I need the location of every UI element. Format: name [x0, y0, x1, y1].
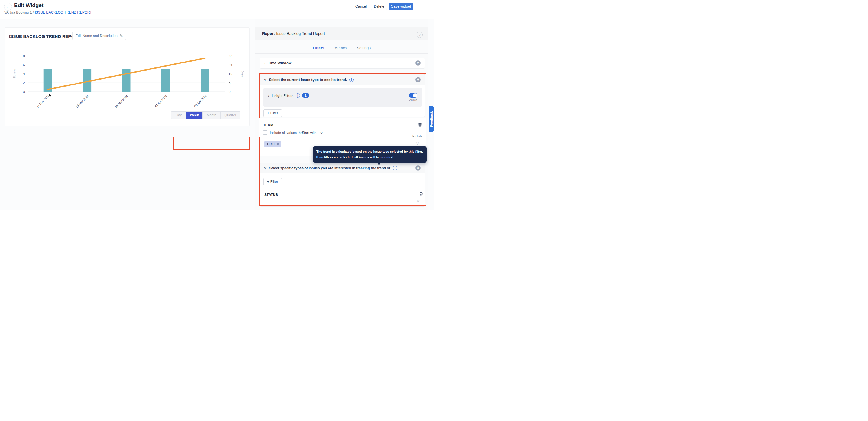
- edit-name-description-button[interactable]: Edit Name and Description ✎: [72, 32, 126, 40]
- svg-text:8: 8: [228, 81, 230, 84]
- tab-metrics[interactable]: Metrics: [335, 46, 347, 53]
- widget-title: ISSUE BACKLOG TREND REPORT: [9, 34, 80, 39]
- svg-text:11 Mar 2024: 11 Mar 2024: [36, 94, 50, 108]
- save-widget-button[interactable]: Save widget: [389, 3, 413, 10]
- tooltip-line-1: The trend is calculated based on the iss…: [316, 149, 423, 155]
- team-filter-name: TEAM: [263, 123, 273, 127]
- pencil-icon: ✎: [120, 34, 123, 38]
- cancel-button[interactable]: Cancel: [353, 3, 369, 10]
- current-issue-type-badge: 0: [415, 77, 421, 82]
- widget-preview-card: ISSUE BACKLOG TREND REPORT Edit Name and…: [5, 28, 249, 126]
- include-all-label: Include all values that :: [270, 131, 306, 135]
- tab-filters[interactable]: Filters: [313, 46, 324, 53]
- svg-text:25 Mar 2024: 25 Mar 2024: [115, 94, 128, 108]
- insight-filters-badge: 1: [302, 93, 309, 98]
- insight-filters-label[interactable]: Insight Filters: [272, 93, 293, 97]
- report-config-panel: ReportIssue Backlog Trend Report ? Filte…: [255, 19, 428, 210]
- trash-icon[interactable]: [419, 192, 423, 197]
- period-option-month[interactable]: Month: [203, 112, 220, 118]
- chevron-down-icon: ∨: [264, 78, 267, 81]
- specific-types-badge: 0: [415, 165, 421, 171]
- svg-text:4: 4: [23, 72, 25, 76]
- chevron-down-icon[interactable]: ∨: [416, 199, 420, 203]
- svg-text:8: 8: [23, 54, 25, 58]
- report-title-text: Issue Backlog Trend Report: [276, 31, 325, 36]
- specific-types-header[interactable]: ∨ Select specific types of issues you ar…: [260, 163, 425, 173]
- help-icon[interactable]: ?: [416, 32, 423, 38]
- insight-filters-active-toggle[interactable]: [409, 93, 417, 97]
- tabs-divider: [255, 53, 428, 54]
- current-issue-type-header[interactable]: ∨ Select the current issue type to see i…: [260, 75, 425, 85]
- svg-text:32: 32: [228, 54, 232, 58]
- chevron-down-icon: ∨: [264, 167, 267, 170]
- tooltip-arrow: [376, 162, 381, 165]
- team-value-chip[interactable]: TEST ×: [265, 141, 281, 147]
- page-title: Edit Widget: [14, 2, 43, 8]
- time-window-section[interactable]: › Time Window 2: [260, 58, 425, 68]
- current-issue-type-section: ∨ Select the current issue type to see i…: [260, 74, 425, 117]
- period-toggle: Day Week Month Quarter: [171, 111, 240, 119]
- include-all-checkbox[interactable]: [263, 130, 268, 135]
- svg-text:18 Mar 2024: 18 Mar 2024: [75, 94, 89, 108]
- operator-select[interactable]: Start with: [302, 131, 316, 135]
- svg-text:6: 6: [23, 63, 25, 66]
- chevron-right-icon: ›: [264, 61, 266, 65]
- report-title-prefix: Report: [262, 31, 275, 36]
- specific-types-section: ∨ Select specific types of issues you ar…: [260, 163, 425, 206]
- feedback-tab[interactable]: Feedback: [429, 106, 434, 132]
- breadcrumb: VA Jira Booking 1 / ISSUE BACKLOG TREND …: [4, 10, 92, 15]
- svg-text:16: 16: [228, 72, 232, 76]
- exclude-toggle-label: Exclude: [412, 135, 423, 138]
- back-arrow-icon: ←: [6, 4, 10, 9]
- panel-right-edge: [428, 19, 428, 210]
- status-select-underline: [265, 204, 415, 205]
- tooltip-line-2: If no filters are selected, all issues w…: [316, 155, 423, 160]
- tab-settings[interactable]: Settings: [357, 46, 371, 53]
- breadcrumb-current-link[interactable]: ISSUE BACKLOG TREND REPORT: [35, 10, 92, 15]
- add-filter-button[interactable]: + Filter: [264, 178, 282, 186]
- svg-text:01 Apr 2024: 01 Apr 2024: [154, 94, 168, 108]
- period-option-quarter[interactable]: Quarter: [220, 112, 240, 118]
- time-window-label: Time Window: [268, 61, 291, 65]
- time-window-badge: 2: [415, 60, 421, 66]
- svg-text:Tickets: Tickets: [13, 69, 16, 79]
- filter-tooltip: The trend is calculated based on the iss…: [313, 146, 427, 163]
- current-issue-type-label: Select the current issue type to see its…: [269, 78, 347, 82]
- active-toggle-label: Active: [409, 99, 417, 102]
- svg-text:0: 0: [23, 90, 25, 93]
- info-icon[interactable]: i: [349, 78, 354, 82]
- info-icon[interactable]: i: [393, 166, 397, 170]
- back-button[interactable]: ←: [4, 3, 12, 11]
- report-tabs: Filters Metrics Settings: [255, 46, 428, 53]
- trash-icon[interactable]: [418, 122, 422, 127]
- svg-text:2: 2: [23, 81, 25, 84]
- specific-types-label: Select specific types of issues you are …: [269, 166, 390, 170]
- close-icon[interactable]: ×: [277, 142, 279, 146]
- svg-text:08 Apr 2024: 08 Apr 2024: [193, 94, 207, 108]
- add-filter-button[interactable]: + Filter: [264, 110, 282, 117]
- breadcrumb-prefix: VA Jira Booking 1 /: [4, 10, 35, 15]
- svg-text:24: 24: [228, 63, 232, 66]
- svg-text:0: 0: [228, 90, 230, 93]
- edit-name-label: Edit Name and Description: [75, 34, 118, 38]
- delete-button[interactable]: Delete: [371, 3, 387, 10]
- insight-filters-card: › Insight Filters i 1 Active: [264, 88, 422, 107]
- chevron-right-icon: ›: [268, 93, 270, 97]
- info-icon[interactable]: i: [296, 93, 300, 97]
- edit-widget-page: ← Edit Widget VA Jira Booking 1 / ISSUE …: [0, 0, 434, 210]
- status-filter-name: STATUS: [265, 193, 278, 197]
- period-option-day[interactable]: Day: [171, 112, 186, 118]
- chevron-down-icon[interactable]: ∨: [416, 141, 420, 146]
- period-option-week[interactable]: Week: [186, 112, 203, 118]
- report-panel-title: ReportIssue Backlog Trend Report: [262, 31, 325, 36]
- chevron-down-icon[interactable]: ∨: [320, 131, 323, 134]
- svg-text:Days: Days: [241, 71, 244, 77]
- chip-label: TEST: [267, 142, 275, 146]
